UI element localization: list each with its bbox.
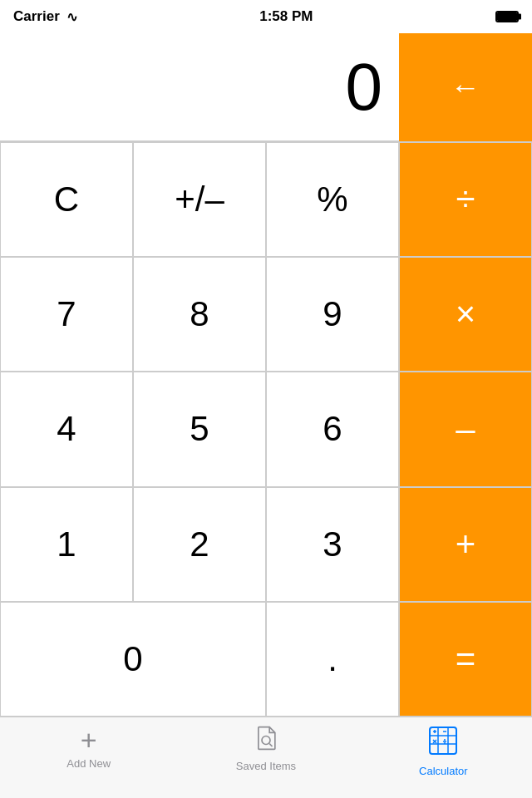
calculator-display: 0 ← bbox=[0, 33, 532, 141]
three-button[interactable]: 3 bbox=[266, 487, 399, 602]
tab-bar: + Add New Saved Items bbox=[0, 717, 532, 798]
tab-add-new[interactable]: + Add New bbox=[22, 726, 155, 770]
plus-button[interactable]: + bbox=[399, 487, 532, 602]
six-button[interactable]: 6 bbox=[266, 372, 399, 486]
two-button[interactable]: 2 bbox=[133, 487, 266, 602]
decimal-button[interactable]: . bbox=[266, 602, 399, 717]
status-bar: Carrier ∿ 1:58 PM bbox=[0, 0, 532, 33]
time-label: 1:58 PM bbox=[259, 8, 313, 25]
calculator-keypad: C +/– % ÷ 7 8 9 × 4 5 6 – 1 2 3 + 0 . = bbox=[0, 141, 532, 717]
add-new-icon: + bbox=[81, 726, 97, 754]
tab-saved-items-label: Saved Items bbox=[236, 760, 296, 772]
status-left: Carrier ∿ bbox=[13, 8, 77, 25]
equals-button[interactable]: = bbox=[399, 602, 532, 717]
nine-button[interactable]: 9 bbox=[266, 257, 399, 372]
tab-add-new-label: Add New bbox=[66, 757, 111, 770]
tab-calculator-label: Calculator bbox=[419, 765, 468, 777]
one-button[interactable]: 1 bbox=[0, 487, 133, 602]
clear-button[interactable]: C bbox=[0, 142, 133, 257]
battery-indicator bbox=[495, 11, 519, 22]
zero-button[interactable]: 0 bbox=[0, 602, 266, 717]
seven-button[interactable]: 7 bbox=[0, 257, 133, 372]
display-value: 0 bbox=[0, 49, 399, 126]
eight-button[interactable]: 8 bbox=[133, 257, 266, 372]
carrier-label: Carrier bbox=[13, 8, 60, 25]
tab-saved-items[interactable]: Saved Items bbox=[200, 726, 332, 772]
five-button[interactable]: 5 bbox=[133, 372, 266, 486]
svg-point-0 bbox=[262, 736, 270, 745]
minus-button[interactable]: – bbox=[399, 372, 532, 486]
svg-point-14 bbox=[444, 742, 446, 744]
plus-minus-button[interactable]: +/– bbox=[133, 142, 266, 257]
saved-items-icon bbox=[254, 726, 278, 756]
backspace-icon: ← bbox=[451, 70, 480, 105]
percent-button[interactable]: % bbox=[266, 142, 399, 257]
divide-button[interactable]: ÷ bbox=[399, 142, 532, 257]
tab-calculator[interactable]: Calculator bbox=[377, 726, 510, 777]
svg-point-13 bbox=[444, 739, 446, 741]
four-button[interactable]: 4 bbox=[0, 372, 133, 486]
svg-line-1 bbox=[269, 744, 272, 746]
backspace-button[interactable]: ← bbox=[399, 33, 532, 141]
multiply-button[interactable]: × bbox=[399, 257, 532, 372]
calculator-icon bbox=[428, 726, 458, 761]
wifi-icon: ∿ bbox=[66, 9, 77, 25]
